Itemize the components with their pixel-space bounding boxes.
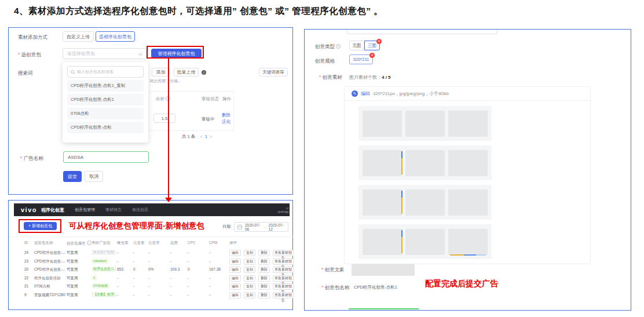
date-end: 2020-07-12	[269, 223, 285, 231]
nav-item-best-creative[interactable]: 最优创意	[132, 207, 148, 213]
info-icon: i	[87, 241, 92, 245]
table-cell: -	[188, 291, 189, 299]
column-header: 创意包名称	[34, 241, 53, 246]
row-action-button[interactable]: 编辑	[229, 250, 241, 256]
table-row: 20CPD程序化创意-...可复用程序化创意二...65300%109.3016…	[9, 265, 294, 274]
pagination: 共 1 条 <1>	[182, 134, 212, 140]
dropdown-search-input[interactable]: 输入创意包名称搜索	[67, 66, 144, 78]
row-action-button[interactable]: 复制	[244, 283, 255, 290]
row-action-button[interactable]: 删除	[258, 283, 270, 290]
edit-icon[interactable]: ✎	[352, 90, 358, 97]
row-action-button[interactable]: 删除	[258, 275, 270, 282]
row-action-button[interactable]: 复制	[244, 267, 255, 273]
image-placeholder	[448, 150, 488, 176]
row-action-button[interactable]: 删除	[258, 250, 270, 256]
image-placeholder	[448, 229, 488, 255]
custom-upload-option[interactable]: 自定义上传	[63, 31, 94, 42]
material-group[interactable]	[358, 106, 492, 141]
table-cell: -	[170, 282, 171, 290]
table-cell: -	[170, 291, 171, 299]
dropdown-item[interactable]: 0708点检	[67, 108, 144, 119]
count-badge: 4	[369, 53, 375, 58]
table-cell: 20	[24, 265, 28, 274]
row-action-button[interactable]: 查看素材报告	[273, 292, 294, 298]
keyword-recommend-button[interactable]: 关键词推荐	[259, 68, 288, 76]
row-action-button[interactable]: 查看素材报告	[273, 283, 294, 290]
type-option-three-image[interactable]: 三图 4	[364, 41, 380, 50]
table-cell: 9	[24, 291, 27, 299]
annotation-new-package: 可从程序化创意包管理界面-新增创意包	[69, 221, 204, 231]
material-card: ✎ 编辑 320*211px，jpg/jpeg/png，小于80kb	[344, 86, 591, 264]
creative-detail-panel: 创意类型? 无图 三图 4 创意规格 320*211 4 创意素材 图片素材个数…	[304, 29, 631, 311]
row-action-button[interactable]: 删除	[258, 258, 270, 265]
column-header: 关联广告组	[92, 241, 111, 246]
date-label: 日期:	[222, 224, 232, 229]
ad-name-input[interactable]: ASDSA	[63, 151, 149, 163]
delete-link[interactable]: 删除	[222, 112, 230, 118]
material-group[interactable]	[358, 224, 492, 259]
column-header: ID	[24, 241, 28, 245]
type-option-no-image[interactable]: 无图	[349, 41, 364, 50]
cancel-button[interactable]: 取消	[85, 171, 103, 182]
row-action-button[interactable]: 查看素材报告	[273, 258, 294, 265]
edit-link[interactable]: 编辑	[361, 90, 370, 97]
image-placeholder	[405, 229, 445, 255]
row-action-button[interactable]: 复制	[244, 292, 255, 298]
creative-spec-label: 创意规格	[315, 58, 335, 65]
programmatic-package-option[interactable]: 选程序化创意包	[96, 31, 135, 42]
row-action-button[interactable]: 编辑	[229, 275, 241, 282]
row-action-button[interactable]: 复制	[244, 275, 255, 282]
row-action-button[interactable]: 编辑	[229, 292, 241, 298]
table-cell: 23	[24, 257, 28, 265]
row-action-button[interactable]: 查看素材报告	[273, 250, 294, 256]
page-number[interactable]: 1	[205, 134, 207, 139]
row-action-button[interactable]: 复制	[244, 250, 255, 256]
nav-item-package-manage[interactable]: 创意包管理	[75, 207, 95, 213]
table-cell: 0	[188, 265, 190, 274]
batch-upload-button[interactable]: 批量上传	[174, 68, 199, 76]
prev-page-icon[interactable]: <	[200, 134, 202, 139]
question-icon[interactable]: ?	[336, 44, 341, 49]
dropdown-item[interactable]: CPD程序化创意-点检1_复制	[67, 80, 144, 92]
package-select-input[interactable]: 请选择创意包	[63, 48, 147, 59]
row-action-button[interactable]: 删除	[258, 292, 270, 298]
row-action-button[interactable]: 复制	[244, 258, 255, 265]
table-cell: 可复用	[67, 282, 78, 290]
submit-button[interactable]: 提交	[63, 171, 82, 182]
ad-group-tag: 0706点检	[92, 283, 109, 289]
row-action-button[interactable]: 编辑	[229, 283, 241, 290]
row-action-button[interactable]: 查看素材报告	[273, 267, 294, 273]
table-cell: -	[148, 282, 149, 290]
annotation-arrow-line	[168, 58, 169, 198]
table-cell: CPD程序化创意-...	[34, 265, 65, 274]
next-page-icon[interactable]: >	[210, 134, 212, 139]
table-cell: -	[209, 274, 210, 282]
spec-option-320x211[interactable]: 320*211 4	[349, 54, 373, 64]
material-group[interactable]	[358, 185, 492, 220]
table-row: 9竖版视频720*1280可复用【勿删】程序...------编辑复制删除查看素…	[9, 291, 294, 299]
column-header: CPC	[188, 241, 196, 245]
table-cell: -	[133, 274, 134, 282]
dropdown-item[interactable]: CPD程序化创意-点检1	[67, 94, 144, 105]
table-cell: -	[117, 282, 118, 290]
table-cell: -	[188, 249, 189, 257]
bid-value-input[interactable]: 1.5	[153, 114, 175, 123]
info-icon[interactable]: i	[202, 70, 206, 75]
row-action-button[interactable]: 编辑	[229, 267, 241, 273]
row-action-button[interactable]: 查看素材报告	[273, 275, 294, 282]
table-cell: 22	[24, 274, 28, 282]
ad-group-tag: 程序化创意二...	[92, 267, 116, 272]
dropdown-item[interactable]: CPD程序化创意-点检	[67, 122, 144, 133]
add-keyword-button[interactable]: 添加	[152, 68, 170, 76]
nav-item-material-report[interactable]: 素材报告	[105, 207, 122, 213]
ad-name-value: ASDSA	[68, 155, 83, 160]
date-range-picker[interactable]: 2020-07-06 - 2020-07-12	[234, 222, 288, 232]
package-select-placeholder: 请选择创意包	[67, 50, 95, 57]
row-action-button[interactable]: 编辑	[229, 258, 241, 265]
material-group[interactable]	[358, 145, 492, 180]
date-separator: -	[264, 225, 265, 229]
material-count: 图片素材个数：4 / 5	[349, 74, 391, 81]
creative-copy-value-redacted[interactable]	[352, 264, 415, 276]
generalize-link[interactable]: 泛化	[222, 119, 230, 125]
row-action-button[interactable]: 删除	[258, 267, 270, 273]
